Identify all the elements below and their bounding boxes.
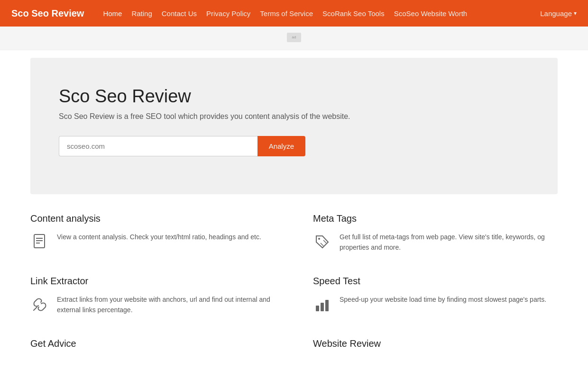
nav-link-rating[interactable]: Rating bbox=[131, 9, 152, 18]
feature-get-advice: Get Advice bbox=[30, 338, 275, 357]
hero-section: Sco Seo Review Sco Seo Review is a free … bbox=[30, 58, 558, 194]
svg-rect-8 bbox=[321, 303, 324, 311]
feature-meta-tags: Meta Tags Get full list of meta-tags fro… bbox=[313, 213, 558, 253]
svg-rect-9 bbox=[325, 300, 329, 311]
navbar: Sco Seo Review Home Rating Contact Us Pr… bbox=[0, 0, 588, 27]
features-section: Content analysis View a content analysis… bbox=[0, 194, 588, 376]
feature-title-website-review: Website Review bbox=[313, 338, 558, 349]
feature-desc-meta-tags: Get full list of meta-tags from web page… bbox=[340, 232, 558, 253]
hero-title: Sco Seo Review bbox=[59, 86, 529, 107]
svg-point-6 bbox=[318, 238, 320, 240]
analyze-button[interactable]: Analyze bbox=[257, 136, 305, 156]
link-icon bbox=[30, 295, 49, 314]
svg-rect-7 bbox=[316, 306, 319, 311]
hero-subtitle: Sco Seo Review is a free SEO tool which … bbox=[59, 112, 529, 121]
feature-content-analysis: Content analysis View a content analysis… bbox=[30, 213, 275, 253]
svg-text:ad: ad bbox=[292, 35, 296, 39]
feature-website-review: Website Review bbox=[313, 338, 558, 357]
feature-title-meta-tags: Meta Tags bbox=[313, 213, 558, 224]
bar-chart-icon bbox=[313, 295, 332, 314]
ad-bar: ad bbox=[0, 27, 588, 50]
nav-link-home[interactable]: Home bbox=[103, 9, 122, 18]
feature-desc-content-analysis: View a content analysis. Check your text… bbox=[57, 232, 261, 242]
feature-item-link-extractor: Extract links from your website with anc… bbox=[30, 294, 275, 316]
feature-speed-test: Speed Test Speed-up your website load ti… bbox=[313, 276, 558, 316]
feature-title-link-extractor: Link Extractor bbox=[30, 276, 275, 287]
ad-placeholder: ad bbox=[287, 33, 301, 44]
feature-item-content-analysis: View a content analysis. Check your text… bbox=[30, 232, 275, 252]
feature-title-content-analysis: Content analysis bbox=[30, 213, 275, 224]
feature-title-get-advice: Get Advice bbox=[30, 338, 275, 349]
nav-link-scoseo-worth[interactable]: ScoSeo Website Worth bbox=[394, 9, 468, 18]
navbar-brand[interactable]: Sco Seo Review bbox=[11, 8, 84, 19]
feature-title-speed-test: Speed Test bbox=[313, 276, 558, 287]
nav-link-contact[interactable]: Contact Us bbox=[162, 9, 197, 18]
nav-link-terms[interactable]: Terms of Service bbox=[260, 9, 313, 18]
doc-icon bbox=[30, 233, 49, 252]
feature-desc-link-extractor: Extract links from your website with anc… bbox=[57, 294, 275, 316]
nav-links: Home Rating Contact Us Privacy Policy Te… bbox=[103, 9, 529, 18]
search-bar: Analyze bbox=[59, 136, 305, 156]
tag-icon bbox=[313, 233, 332, 252]
feature-item-speed-test: Speed-up your website load time by findi… bbox=[313, 294, 558, 314]
feature-item-meta-tags: Get full list of meta-tags from web page… bbox=[313, 232, 558, 253]
nav-link-privacy[interactable]: Privacy Policy bbox=[206, 9, 250, 18]
nav-link-scorank[interactable]: ScoRank Seo Tools bbox=[322, 9, 385, 18]
feature-desc-speed-test: Speed-up your website load time by findi… bbox=[340, 294, 546, 305]
feature-link-extractor: Link Extractor Extract links from your w… bbox=[30, 276, 275, 316]
url-input[interactable] bbox=[59, 136, 257, 156]
language-button[interactable]: Language bbox=[540, 9, 577, 18]
